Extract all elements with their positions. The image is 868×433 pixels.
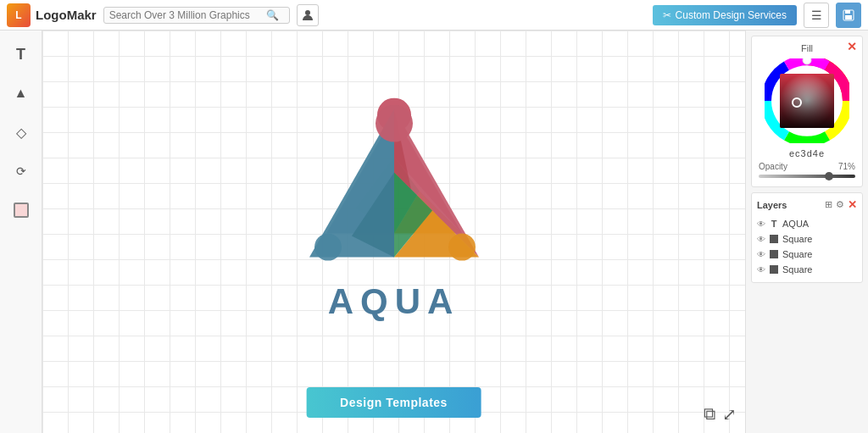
symbol-tool-button[interactable]: ◇ — [8, 119, 35, 146]
search-bar[interactable]: 🔍 — [103, 7, 290, 24]
left-toolbar: T ▲ ◇ ⟳ — [0, 31, 42, 433]
user-icon-button[interactable] — [297, 4, 319, 26]
layer-square-icon — [770, 235, 778, 243]
svg-rect-2 — [845, 10, 850, 14]
svg-point-14 — [448, 233, 476, 260]
layer-eye-icon[interactable]: 👁 — [757, 265, 765, 275]
layer-eye-icon[interactable]: 👁 — [757, 235, 765, 244]
right-panel: Fill ✕ — [745, 31, 868, 433]
crop-bottom-icon[interactable]: ⤢ — [722, 404, 737, 425]
canvas-logo: AQUA — [305, 97, 483, 321]
save-button[interactable] — [836, 3, 861, 28]
search-input[interactable] — [109, 9, 266, 21]
menu-button[interactable]: ☰ — [804, 3, 829, 28]
layer-row-square2[interactable]: 👁 Square — [757, 247, 857, 262]
text-icon: T — [16, 46, 25, 64]
logo-icon: L — [7, 3, 31, 27]
layers-close-button[interactable]: ✕ — [848, 198, 857, 211]
layer-type-text-icon: T — [770, 219, 778, 229]
layers-bottom-icon[interactable]: ⧉ — [704, 404, 715, 425]
background-tool-button[interactable] — [8, 197, 35, 224]
symbol-icon: ◇ — [16, 125, 26, 141]
opacity-label: Opacity — [759, 162, 833, 171]
canvas-logo-text: AQUA — [328, 280, 460, 321]
logo: L LogoMakr — [7, 3, 97, 27]
main-layout: T ▲ ◇ ⟳ — [0, 31, 868, 433]
color-wheel[interactable] — [759, 58, 855, 143]
text-tool-button[interactable]: T — [8, 41, 35, 68]
layer-label: Square — [782, 264, 812, 275]
color-panel-close-button[interactable]: ✕ — [847, 40, 857, 53]
background-icon — [14, 203, 29, 218]
canvas-area[interactable]: AQUA Design Templates ⧉ ⤢ — [42, 31, 745, 433]
layer-label: Square — [782, 234, 812, 244]
layers-header: Layers ⊞ ⚙ ✕ — [757, 198, 857, 211]
history-tool-button[interactable]: ⟳ — [8, 158, 35, 185]
opacity-row: Opacity 71% — [759, 162, 855, 171]
custom-design-label: Custom Design Services — [676, 9, 787, 21]
layer-row-aqua[interactable]: 👁 T AQUA — [757, 216, 857, 231]
design-templates-button[interactable]: Design Templates — [306, 387, 481, 418]
history-icon: ⟳ — [16, 164, 26, 178]
svg-rect-3 — [845, 15, 852, 19]
shape-icon: ▲ — [14, 86, 28, 101]
color-panel-title: Fill — [759, 43, 855, 53]
shape-tool-button[interactable]: ▲ — [8, 80, 35, 107]
svg-rect-18 — [780, 74, 834, 128]
search-icon[interactable]: 🔍 — [266, 9, 279, 21]
layer-row-square1[interactable]: 👁 Square — [757, 231, 857, 247]
layers-panel: Layers ⊞ ⚙ ✕ 👁 T AQUA 👁 Square 👁 Square — [751, 192, 863, 283]
svg-point-19 — [803, 58, 811, 64]
layer-label: Square — [782, 249, 812, 259]
svg-point-13 — [314, 233, 342, 260]
layer-eye-icon[interactable]: 👁 — [757, 219, 765, 229]
logo-svg — [305, 104, 483, 265]
color-hex-value: ec3d4e — [789, 148, 825, 158]
svg-point-12 — [376, 104, 413, 142]
layer-square-icon — [770, 265, 778, 274]
color-wheel-svg[interactable] — [765, 58, 849, 143]
layers-title: Layers — [757, 200, 821, 210]
svg-point-0 — [305, 10, 310, 15]
bottom-icons: ⧉ ⤢ — [704, 404, 737, 425]
layer-row-square3[interactable]: 👁 Square — [757, 262, 857, 277]
logo-text: LogoMakr — [36, 8, 97, 22]
layers-add-icon[interactable]: ⊞ — [825, 199, 832, 210]
color-value-row: ec3d4e — [759, 148, 855, 158]
scissors-icon: ✂ — [663, 9, 671, 21]
layer-square-icon — [770, 250, 778, 258]
custom-design-button[interactable]: ✂ Custom Design Services — [653, 5, 797, 25]
layer-label: AQUA — [782, 219, 809, 229]
layers-settings-icon[interactable]: ⚙ — [836, 199, 844, 210]
opacity-value: 71% — [838, 162, 855, 171]
header: L LogoMakr 🔍 ✂ Custom Design Services ☰ — [0, 0, 868, 31]
color-panel: Fill ✕ — [751, 36, 863, 187]
layer-eye-icon[interactable]: 👁 — [757, 250, 765, 259]
opacity-slider[interactable] — [759, 175, 855, 178]
